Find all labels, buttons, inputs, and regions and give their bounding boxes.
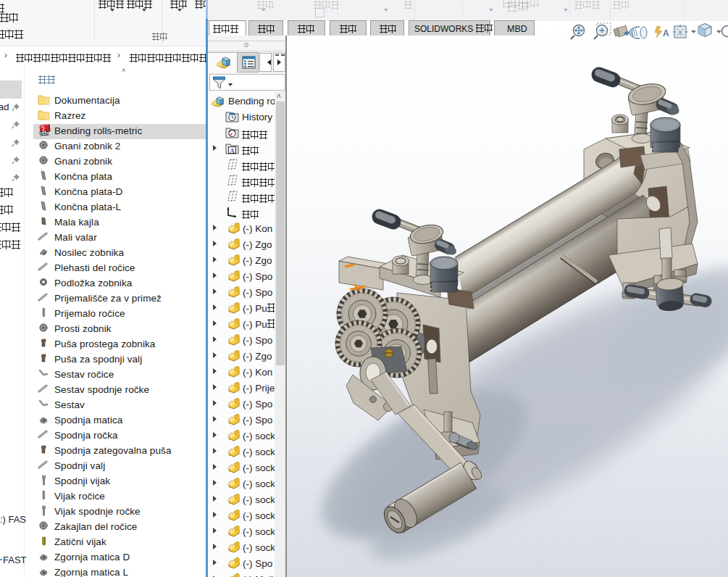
svg-text:A: A <box>663 28 669 38</box>
svg-text:A: A <box>230 147 235 154</box>
